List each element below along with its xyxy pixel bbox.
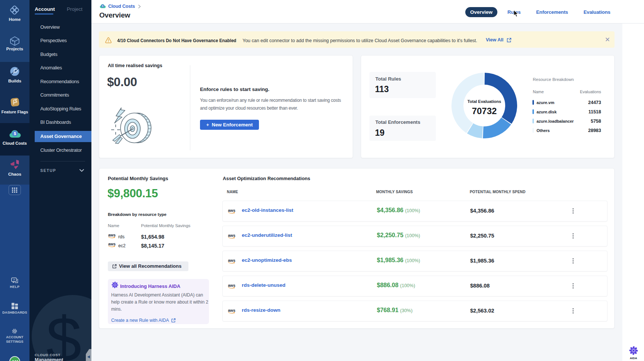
- svg-text:aws: aws: [228, 208, 235, 213]
- svg-text:aws: aws: [228, 258, 235, 263]
- svg-text:aws: aws: [228, 308, 235, 313]
- svg-text:?: ?: [13, 278, 15, 282]
- svg-text:aws: aws: [228, 283, 235, 288]
- svg-text:aws: aws: [108, 233, 116, 237]
- svg-text:$: $: [14, 131, 16, 136]
- svg-text:aws: aws: [228, 233, 235, 238]
- svg-text:aws: aws: [108, 242, 116, 246]
